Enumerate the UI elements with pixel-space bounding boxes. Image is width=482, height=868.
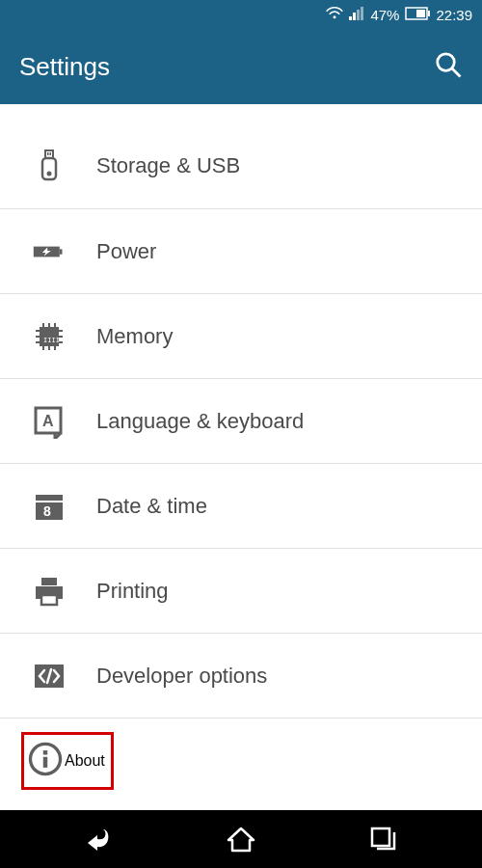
- svg-rect-1: [349, 16, 352, 20]
- settings-item-label: Storage & USB: [96, 153, 240, 178]
- recent-apps-button[interactable]: [363, 820, 402, 858]
- wifi-icon: [326, 7, 343, 23]
- usb-icon: [29, 146, 69, 186]
- calendar-icon: 8: [29, 486, 69, 527]
- svg-rect-33: [36, 495, 63, 501]
- app-bar: Settings: [0, 29, 482, 104]
- svg-rect-37: [41, 595, 57, 605]
- clock: 22:39: [436, 7, 472, 23]
- battery-icon: [405, 7, 430, 23]
- code-icon: [29, 656, 69, 696]
- svg-rect-16: [60, 249, 63, 254]
- settings-item-power[interactable]: Power: [0, 208, 482, 293]
- info-icon: [26, 740, 65, 782]
- svg-rect-40: [43, 750, 47, 754]
- svg-rect-7: [428, 11, 430, 16]
- back-button[interactable]: [80, 820, 119, 858]
- settings-item-memory[interactable]: IIII Memory: [0, 293, 482, 378]
- svg-rect-42: [372, 828, 389, 846]
- battery-pct: 47%: [370, 7, 399, 23]
- page-title: Settings: [19, 52, 110, 82]
- svg-rect-41: [43, 756, 47, 767]
- highlight-box: About: [21, 732, 114, 790]
- navigation-bar: [0, 810, 482, 868]
- home-button[interactable]: [222, 820, 260, 858]
- svg-point-14: [47, 172, 52, 176]
- settings-item-storage[interactable]: Storage & USB: [0, 104, 482, 208]
- svg-rect-6: [416, 10, 425, 17]
- svg-point-0: [334, 15, 336, 18]
- svg-rect-36: [41, 578, 57, 585]
- memory-chip-icon: IIII: [29, 316, 69, 357]
- settings-item-developer[interactable]: Developer options: [0, 633, 482, 718]
- svg-text:8: 8: [43, 503, 51, 519]
- printer-icon: [29, 571, 69, 611]
- svg-rect-13: [42, 158, 56, 179]
- settings-item-label: Language & keyboard: [96, 409, 304, 434]
- svg-rect-4: [361, 7, 363, 20]
- svg-rect-11: [47, 152, 49, 155]
- battery-bolt-icon: [29, 231, 69, 272]
- settings-item-label: Power: [96, 239, 156, 264]
- settings-item-label: Developer options: [96, 664, 267, 689]
- settings-item-datetime[interactable]: 8 Date & time: [0, 463, 482, 548]
- settings-item-language[interactable]: A Language & keyboard: [0, 378, 482, 463]
- settings-item-label: About: [65, 752, 105, 770]
- settings-item-label: Date & time: [96, 494, 207, 519]
- svg-point-8: [438, 54, 455, 71]
- svg-rect-12: [50, 152, 52, 155]
- svg-rect-2: [353, 13, 356, 20]
- settings-item-label: Printing: [96, 579, 169, 604]
- cell-signal-icon: [349, 7, 364, 23]
- search-icon[interactable]: [434, 50, 463, 83]
- settings-item-about[interactable]: About: [0, 718, 482, 802]
- svg-text:IIII: IIII: [43, 337, 60, 344]
- status-bar: 47% 22:39: [0, 0, 482, 29]
- svg-rect-3: [357, 10, 360, 20]
- language-icon: A: [29, 401, 69, 442]
- svg-text:A: A: [42, 413, 54, 429]
- settings-list: Storage & USB Power IIII Memory A Langua…: [0, 104, 482, 810]
- svg-line-9: [452, 68, 461, 77]
- settings-item-printing[interactable]: Printing: [0, 548, 482, 633]
- settings-item-label: Memory: [96, 324, 173, 349]
